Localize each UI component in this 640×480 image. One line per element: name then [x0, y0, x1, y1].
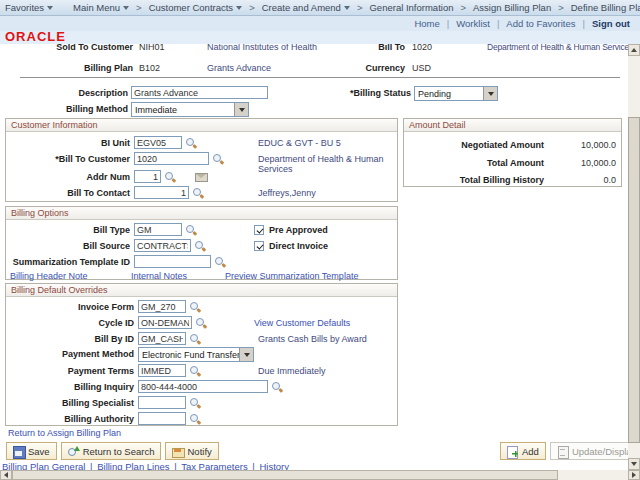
invoice-form-input[interactable]	[138, 300, 186, 313]
scroll-right-button[interactable]	[628, 470, 640, 480]
breadcrumb-item-customer-contracts[interactable]: Customer Contracts	[144, 2, 247, 13]
add-to-favorites-link[interactable]: Add to Favorites	[506, 18, 575, 29]
bi-unit-lookup-magnifier-icon[interactable]	[185, 137, 197, 149]
vertical-scroll-thumb[interactable]	[628, 117, 640, 443]
bill-to-contact-row: Bill To Contact Jeffreys,Jenny	[6, 186, 397, 200]
bill-to-customer-lookup-magnifier-icon[interactable]	[212, 153, 224, 165]
bi-unit-label: BI Unit	[101, 138, 130, 148]
bill-source-lookup-magnifier-icon[interactable]	[194, 240, 206, 252]
toolbar-left: Save Return to Search Notify	[6, 442, 219, 460]
summarization-template-row: Summarization Template ID	[6, 255, 397, 269]
billing-authority-label: Billing Authority	[64, 414, 134, 424]
bill-type-input[interactable]	[134, 223, 182, 236]
peoplesoft-define-billing-plan-page: Favorites Main Menu > Customer Contracts…	[0, 0, 640, 480]
addr-num-lookup-magnifier-icon[interactable]	[164, 171, 176, 183]
billing-inquiry-lookup-magnifier-icon[interactable]	[271, 381, 283, 393]
preview-summarization-template-link[interactable]: Preview Summarization Template	[225, 271, 358, 281]
bill-by-id-description: Grants Cash Bills by Award	[258, 334, 367, 344]
bill-to-contact-lookup-magnifier-icon[interactable]	[192, 187, 204, 199]
tab-billing-plan-general[interactable]: Billing Plan General	[2, 461, 85, 470]
bill-type-lookup-magnifier-icon[interactable]	[185, 224, 197, 236]
bi-unit-row: BI Unit EDUC & GVT - BU 5	[6, 136, 397, 150]
tab-billing-plan-lines[interactable]: Billing Plan Lines	[97, 461, 169, 470]
breadcrumb-separator: >	[458, 2, 468, 13]
internal-notes-link[interactable]: Internal Notes	[131, 271, 187, 281]
horizontal-scrollbar[interactable]	[0, 470, 640, 480]
scroll-up-button[interactable]	[628, 44, 640, 56]
breadcrumb-separator: >	[134, 2, 144, 13]
breadcrumb-item-assign-billing-plan[interactable]: Assign Billing Plan	[468, 2, 556, 13]
tab-separator: |	[250, 461, 256, 470]
addr-num-input[interactable]	[134, 170, 161, 183]
return-to-search-button[interactable]: Return to Search	[61, 442, 162, 460]
pre-approved-checkbox[interactable]	[254, 225, 264, 235]
favorites-menu[interactable]: Favorites	[0, 2, 58, 13]
breadcrumb-separator: >	[355, 2, 365, 13]
payment-method-select[interactable]: Electronic Fund Transfer	[138, 347, 254, 362]
breadcrumb-item-main-menu[interactable]: Main Menu	[68, 2, 134, 13]
billing-inquiry-input[interactable]	[138, 380, 268, 393]
billing-status-select[interactable]: Pending	[414, 86, 498, 101]
sign-out-link[interactable]: Sign out	[592, 18, 630, 29]
bill-to-customer-input[interactable]	[134, 152, 209, 165]
negotiated-amount-row: Negotiated Amount 10,000.0	[404, 138, 621, 152]
scroll-down-button[interactable]	[628, 458, 640, 470]
billing-header-note-link[interactable]: Billing Header Note	[10, 271, 88, 281]
summarization-lookup-magnifier-icon[interactable]	[214, 256, 226, 268]
payment-terms-lookup-magnifier-icon[interactable]	[189, 365, 201, 377]
billing-inquiry-label: Billing Inquiry	[74, 382, 134, 392]
header-links: Home | Worklist | Add to Favorites | Sig…	[0, 16, 640, 31]
left-arrow-icon	[4, 472, 8, 478]
billing-authority-lookup-magnifier-icon[interactable]	[189, 413, 201, 425]
pre-approved-label: Pre Approved	[269, 225, 328, 235]
horizontal-scroll-thumb[interactable]	[12, 470, 558, 480]
bill-by-id-lookup-magnifier-icon[interactable]	[189, 333, 201, 345]
content-pane: Sold To Customer NIH01 National Institut…	[0, 44, 628, 470]
billing-plan-value: B102	[139, 63, 160, 73]
save-button[interactable]: Save	[6, 442, 57, 460]
billing-options-box: Billing Options Bill Type Pre Approved B…	[5, 206, 398, 280]
scroll-left-button[interactable]	[0, 470, 12, 480]
bill-source-row: Bill Source Direct Invoice	[6, 239, 397, 253]
bi-unit-input[interactable]	[134, 136, 182, 149]
breadcrumb-item-general-information[interactable]: General Information	[364, 2, 458, 13]
billing-options-links-row: Billing Header Note Internal Notes Previ…	[6, 269, 397, 283]
breadcrumb: Favorites Main Menu > Customer Contracts…	[0, 0, 640, 16]
cycle-id-lookup-magnifier-icon[interactable]	[195, 317, 207, 329]
description-input[interactable]	[131, 86, 268, 99]
breadcrumb-item-create-and-amend[interactable]: Create and Amend	[257, 2, 355, 13]
home-link[interactable]: Home	[414, 18, 439, 29]
summarization-template-input[interactable]	[134, 255, 211, 268]
addr-num-row: Addr Num	[6, 170, 397, 184]
billing-authority-input[interactable]	[138, 412, 186, 425]
direct-invoice-checkbox[interactable]	[254, 241, 264, 251]
billing-method-select[interactable]: Immediate	[131, 102, 249, 117]
worklist-link[interactable]: Worklist	[456, 18, 490, 29]
view-customer-defaults-link[interactable]: View Customer Defaults	[254, 318, 350, 328]
billing-status-label: *Billing Status	[350, 88, 411, 98]
tab-tax-parameters[interactable]: Tax Parameters	[181, 461, 248, 470]
address-envelope-icon[interactable]	[195, 173, 208, 182]
add-page-plus-icon	[507, 446, 518, 457]
vertical-scrollbar[interactable]	[628, 44, 640, 470]
return-to-assign-billing-plan-link[interactable]: Return to Assign Billing Plan	[8, 428, 121, 438]
notify-button[interactable]: Notify	[165, 442, 218, 460]
cycle-id-input[interactable]	[138, 316, 192, 329]
negotiated-amount-value: 10,000.0	[581, 140, 616, 150]
invoice-form-lookup-magnifier-icon[interactable]	[189, 301, 201, 313]
payment-method-row: Payment Method Electronic Fund Transfer	[6, 347, 397, 363]
payment-terms-input[interactable]	[138, 364, 186, 377]
breadcrumb-item-define-billing-plan[interactable]: Define Billing Plan	[566, 2, 640, 13]
update-display-button[interactable]: Update/Display	[550, 442, 628, 460]
select-arrow-icon	[483, 87, 497, 100]
tab-history[interactable]: History	[259, 461, 289, 470]
payment-method-label: Payment Method	[62, 349, 134, 359]
bill-source-input[interactable]	[134, 239, 191, 252]
bill-to-contact-input[interactable]	[134, 186, 189, 199]
addr-num-label: Addr Num	[87, 172, 131, 182]
bill-by-id-input[interactable]	[138, 332, 186, 345]
billing-specialist-input[interactable]	[138, 396, 186, 409]
add-button[interactable]: Add	[500, 442, 546, 460]
return-to-search-magnifier-icon	[68, 446, 79, 457]
billing-specialist-lookup-magnifier-icon[interactable]	[189, 397, 201, 409]
